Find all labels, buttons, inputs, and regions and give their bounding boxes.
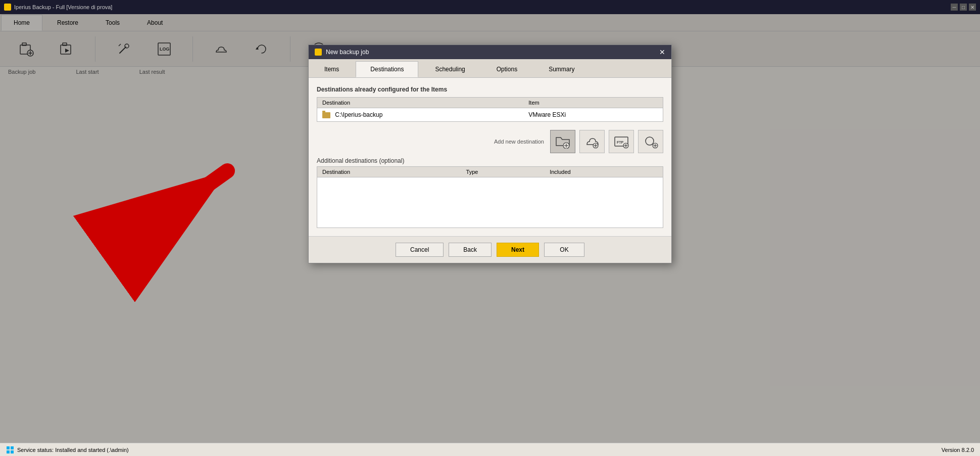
- additional-destinations-table: Destination Type Included: [317, 166, 663, 228]
- add-col-included: Included: [545, 167, 663, 177]
- add-search-icon: [643, 134, 658, 149]
- folder-icon: [322, 112, 330, 118]
- app-title: Iperius Backup - Full [Versione di prova…: [14, 4, 112, 10]
- tab-options[interactable]: Options: [482, 61, 532, 77]
- new-backup-dialog: New backup job ✕ Items Destinations Sche…: [308, 44, 672, 263]
- minimize-button[interactable]: ─: [951, 4, 958, 11]
- dest-row-destination: C:\Iperius-backup: [317, 108, 524, 122]
- service-status-text: Service status: Installed and started (.…: [17, 447, 129, 453]
- svg-rect-39: [7, 446, 10, 449]
- svg-rect-40: [11, 446, 14, 449]
- tab-summary[interactable]: Summary: [534, 61, 589, 77]
- destinations-section-title: Destinations already configured for the …: [317, 86, 663, 93]
- dest-col-item: Item: [523, 98, 663, 108]
- dest-col-destination: Destination: [317, 98, 524, 108]
- dialog-title-left: New backup job: [315, 49, 369, 56]
- close-button[interactable]: ✕: [969, 4, 976, 11]
- tab-destinations[interactable]: Destinations: [356, 61, 418, 77]
- dialog-title-text: New backup job: [326, 49, 369, 56]
- next-button[interactable]: Next: [497, 243, 539, 257]
- maximize-button[interactable]: □: [960, 4, 967, 11]
- svg-rect-41: [7, 450, 10, 453]
- add-cloud-dest-button[interactable]: [579, 130, 605, 153]
- add-folder-icon: [555, 134, 570, 149]
- titlebar: Iperius Backup - Full [Versione di prova…: [0, 0, 980, 14]
- add-destination-area: Add new destination: [317, 130, 663, 153]
- add-ftp-icon: FTP: [614, 134, 629, 149]
- app-icon: [4, 4, 11, 11]
- add-ftp-dest-button[interactable]: FTP: [609, 130, 634, 153]
- add-folder-dest-button[interactable]: [550, 130, 575, 153]
- dialog-title-icon: [315, 49, 322, 56]
- add-cloud-icon: [584, 134, 600, 149]
- table-row: [317, 177, 663, 228]
- dest-path: C:\Iperius-backup: [335, 111, 382, 118]
- add-col-type: Type: [461, 167, 545, 177]
- additional-section-title: Additional destinations (optional): [317, 157, 663, 164]
- empty-cell: [317, 177, 663, 228]
- svg-text:FTP: FTP: [617, 141, 624, 144]
- tab-items[interactable]: Items: [310, 61, 354, 77]
- dialog-titlebar: New backup job ✕: [309, 45, 671, 59]
- statusbar-left: Service status: Installed and started (.…: [6, 446, 129, 454]
- dest-row-item: VMware ESXi: [523, 108, 663, 122]
- table-row: C:\Iperius-backup VMware ESXi: [317, 108, 663, 122]
- titlebar-controls[interactable]: ─ □ ✕: [951, 4, 976, 11]
- destinations-table: Destination Item C:\Iperius-backup VMwar…: [317, 97, 663, 122]
- dialog-footer: Cancel Back Next OK: [309, 236, 671, 263]
- add-col-destination: Destination: [317, 167, 461, 177]
- statusbar: Service status: Installed and started (.…: [0, 443, 980, 456]
- back-button[interactable]: Back: [449, 243, 492, 257]
- svg-point-33: [646, 137, 654, 145]
- dialog-tabs: Items Destinations Scheduling Options Su…: [309, 59, 671, 78]
- modal-overlay: New backup job ✕ Items Destinations Sche…: [0, 14, 980, 443]
- cancel-button[interactable]: Cancel: [396, 243, 444, 257]
- add-search-dest-button[interactable]: [638, 130, 663, 153]
- dialog-body: Destinations already configured for the …: [309, 78, 671, 236]
- tab-scheduling[interactable]: Scheduling: [420, 61, 479, 77]
- ok-button[interactable]: OK: [544, 243, 584, 257]
- add-dest-label: Add new destination: [494, 139, 544, 145]
- version-text: Version 8.2.0: [942, 447, 974, 453]
- dialog-close-button[interactable]: ✕: [659, 48, 665, 56]
- svg-rect-42: [11, 450, 14, 453]
- windows-icon: [6, 446, 14, 454]
- titlebar-left: Iperius Backup - Full [Versione di prova…: [4, 4, 112, 11]
